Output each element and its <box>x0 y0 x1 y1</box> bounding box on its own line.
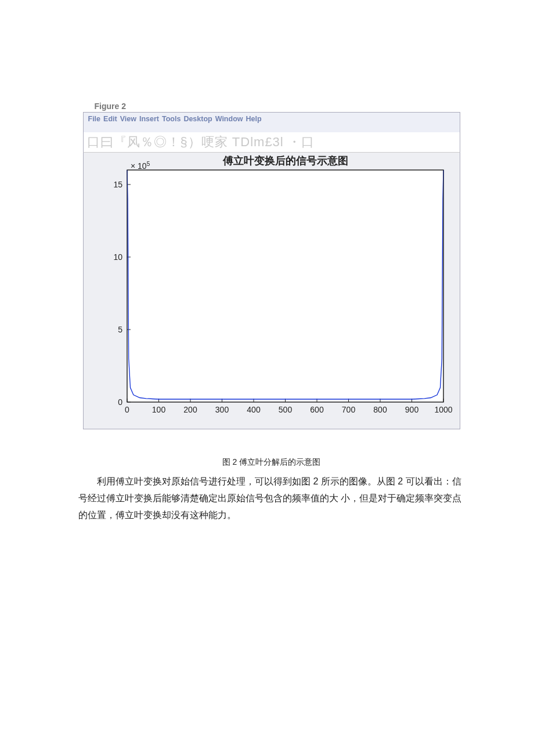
menu-bar: File Edit View Insert Tools Desktop Wind… <box>83 112 460 125</box>
x-tick: 200 <box>183 405 197 414</box>
x-tick: 1000 <box>434 405 452 414</box>
menu-help[interactable]: Help <box>246 115 262 123</box>
toolbar-garbled-icons[interactable]: 口曰『风％◎！§）哽家 TDlm£3l ・口 <box>87 135 315 149</box>
y-tick: 5 <box>118 325 122 334</box>
menu-desktop[interactable]: Desktop <box>183 115 212 123</box>
x-tick: 400 <box>247 405 261 414</box>
page: Figure 2 File Edit View Insert Tools Des… <box>0 0 534 547</box>
menu-window[interactable]: Window <box>215 115 243 123</box>
menu-edit[interactable]: Edit <box>103 115 117 123</box>
x-tick: 0 <box>125 405 129 414</box>
chart: 傅立叶变换后的信号示意图× 10501002003004005006007008… <box>84 153 461 425</box>
y-tick: 0 <box>118 397 122 407</box>
figure-window: Figure 2 File Edit View Insert Tools Des… <box>83 102 460 429</box>
plot-area: 傅立叶变换后的信号示意图× 10501002003004005006007008… <box>83 153 460 429</box>
menu-file[interactable]: File <box>88 115 101 123</box>
menubar-spacer <box>83 125 460 132</box>
menu-view[interactable]: View <box>120 115 136 123</box>
x-tick: 500 <box>278 405 292 414</box>
menu-tools[interactable]: Tools <box>162 115 181 123</box>
x-tick: 300 <box>215 405 229 414</box>
x-tick: 800 <box>373 405 387 414</box>
figure-caption: 图 2 傅立叶分解后的示意图 <box>78 457 464 468</box>
y-tick: 10 <box>113 252 122 262</box>
window-title: Figure 2 <box>83 102 460 112</box>
chart-title: 傅立叶变换后的信号示意图 <box>222 155 348 167</box>
body-paragraph: 利用傅立叶变换对原始信号进行处理，可以得到如图 2 所示的图像。从图 2 可以看… <box>78 473 464 523</box>
y-axis-exponent: × 105 <box>131 161 150 171</box>
y-tick: 15 <box>113 180 122 189</box>
x-tick: 700 <box>341 405 355 414</box>
menu-insert[interactable]: Insert <box>139 115 159 123</box>
x-tick: 100 <box>151 405 165 414</box>
x-tick: 900 <box>405 405 418 414</box>
paragraph-text: 利用傅立叶变换对原始信号进行处理，可以得到如图 2 所示的图像。从图 2 可以看… <box>78 476 461 520</box>
svg-rect-0 <box>127 170 443 402</box>
toolbar: 口曰『风％◎！§）哽家 TDlm£3l ・口 <box>83 132 460 153</box>
x-tick: 600 <box>310 405 324 414</box>
